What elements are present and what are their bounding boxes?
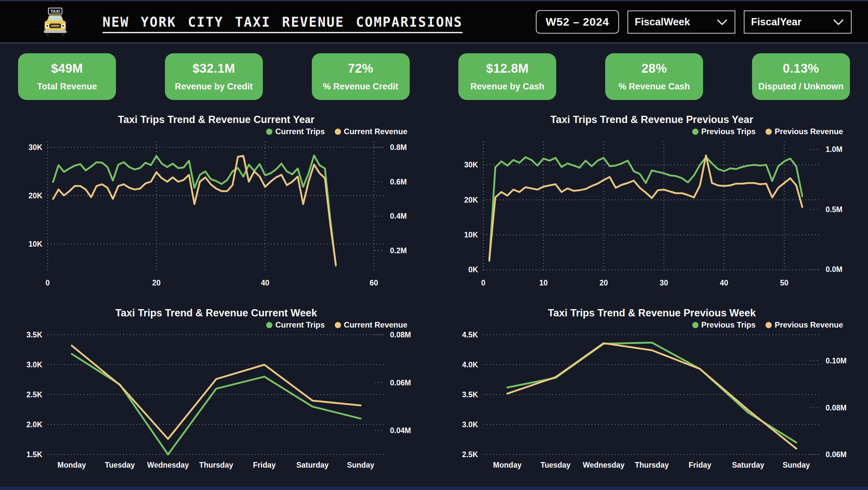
legend-item-previous-revenue[interactable]: Previous Revenue (766, 127, 843, 136)
legend-item-current-trips[interactable]: Current Trips (266, 127, 325, 136)
svg-text:Thursday: Thursday (635, 461, 669, 469)
line-chart-current-week[interactable]: 1.5K2.0K2.5K3.0K3.5K0.04M0.06M0.08MMonda… (13, 331, 419, 472)
kpi-label: % Revenue Cash (618, 82, 690, 92)
legend-label: Previous Trips (702, 127, 756, 136)
legend-item-current-revenue[interactable]: Current Revenue (335, 127, 407, 136)
fiscalyear-dropdown-label: FiscalYear (751, 16, 801, 28)
kpi-card-revenue-by-cash: $12.8M Revenue by Cash (458, 53, 556, 100)
chevron-down-icon (716, 19, 728, 25)
svg-text:4.5K: 4.5K (462, 331, 478, 339)
chart-legend: Previous Trips Previous Revenue (449, 320, 843, 329)
chart-legend: Current Trips Current Revenue (13, 127, 407, 136)
legend-label: Previous Revenue (775, 320, 843, 329)
svg-text:Wednesday: Wednesday (583, 461, 625, 469)
chart-title: Taxi Trips Trend & Revenue Previous Year (449, 114, 855, 126)
svg-text:30: 30 (660, 279, 668, 287)
fiscalweek-dropdown-label: FiscalWeek (635, 16, 690, 28)
svg-text:Friday: Friday (253, 461, 276, 469)
svg-text:20K: 20K (464, 196, 478, 204)
svg-text:3.0K: 3.0K (462, 420, 478, 429)
svg-text:0.0M: 0.0M (826, 265, 842, 273)
kpi-card-total-revenue: $49M Total Revenue (18, 53, 116, 100)
svg-text:Sunday: Sunday (347, 461, 374, 469)
svg-text:Sunday: Sunday (782, 461, 810, 469)
svg-text:Tuesday: Tuesday (105, 461, 135, 469)
legend-label: Current Trips (275, 320, 325, 329)
charts-grid: Taxi Trips Trend & Revenue Current Year … (0, 109, 868, 472)
header: TAXI NEW YORK CITY TAXI REVENUE COMPARIS… (0, 1, 868, 44)
svg-text:20K: 20K (29, 192, 43, 200)
period-badge: W52 – 2024 (536, 10, 619, 33)
svg-text:Thursday: Thursday (199, 461, 233, 469)
taxi-icon: TAXI (39, 6, 71, 38)
line-chart-previous-year[interactable]: 0K10K20K30K0.0M0.5M1.0M01020304050 (449, 138, 855, 289)
legend-dot-icon (692, 322, 699, 328)
kpi-card-pct-revenue-cash: 28% % Revenue Cash (605, 53, 703, 100)
svg-text:0.4M: 0.4M (390, 212, 407, 220)
legend-dot-icon (266, 128, 272, 135)
chart-previous-week: Taxi Trips Trend & Revenue Previous Week… (449, 302, 855, 472)
svg-text:0.08M: 0.08M (390, 331, 411, 339)
svg-text:Saturday: Saturday (296, 461, 329, 469)
svg-text:30K: 30K (464, 161, 478, 169)
legend-dot-icon (335, 322, 341, 328)
legend-label: Previous Revenue (775, 127, 843, 136)
fiscalyear-dropdown[interactable]: FiscalYear (744, 10, 851, 33)
svg-text:0.8M: 0.8M (390, 143, 407, 152)
svg-text:0.08M: 0.08M (826, 404, 847, 412)
fiscalweek-dropdown[interactable]: FiscalWeek (627, 10, 735, 33)
svg-text:0.06M: 0.06M (826, 450, 847, 459)
legend-dot-icon (766, 322, 772, 328)
svg-text:Tuesday: Tuesday (540, 461, 571, 469)
legend-item-previous-revenue[interactable]: Previous Revenue (766, 320, 843, 329)
svg-text:40: 40 (261, 279, 270, 287)
svg-text:4.0K: 4.0K (462, 361, 478, 369)
kpi-label: Revenue by Cash (470, 82, 545, 92)
svg-text:2.5K: 2.5K (462, 450, 478, 459)
svg-text:0: 0 (481, 279, 486, 287)
kpi-value: 28% (641, 61, 667, 76)
svg-text:0.06M: 0.06M (390, 378, 411, 387)
svg-text:0.6M: 0.6M (390, 178, 407, 186)
header-controls: W52 – 2024 FiscalWeek FiscalYear (536, 10, 851, 33)
svg-text:3.0K: 3.0K (26, 361, 42, 369)
legend-item-previous-trips[interactable]: Previous Trips (692, 320, 756, 329)
chart-legend: Previous Trips Previous Revenue (449, 127, 843, 136)
svg-text:10K: 10K (29, 240, 43, 248)
svg-text:TAXI: TAXI (51, 9, 60, 14)
legend-label: Previous Trips (702, 320, 756, 329)
svg-text:0.5M: 0.5M (826, 205, 842, 214)
kpi-card-disputed-unknown: 0.13% Disputed / Unknown (752, 53, 850, 100)
chart-current-week: Taxi Trips Trend & Revenue Current Week … (13, 302, 419, 472)
line-chart-current-year[interactable]: 10K20K30K0.2M0.4M0.6M0.8M0204060 (13, 138, 419, 289)
svg-text:30K: 30K (29, 143, 43, 152)
legend-item-current-trips[interactable]: Current Trips (266, 320, 325, 329)
chart-title: Taxi Trips Trend & Revenue Previous Week (449, 307, 855, 319)
kpi-value: 0.13% (783, 61, 819, 76)
kpi-label: % Revenue Credit (323, 82, 399, 92)
kpi-row: $49M Total Revenue $32.1M Revenue by Cre… (0, 53, 868, 100)
svg-text:Saturday: Saturday (732, 461, 765, 469)
svg-text:0.04M: 0.04M (390, 426, 411, 435)
svg-text:10: 10 (539, 279, 548, 287)
legend-dot-icon (766, 128, 772, 135)
line-chart-previous-week[interactable]: 2.5K3.0K3.5K4.0K4.5K0.06M0.08M0.10MMonda… (449, 331, 855, 472)
bottom-strip (0, 487, 868, 490)
legend-label: Current Revenue (344, 320, 407, 329)
kpi-value: 72% (348, 61, 374, 76)
legend-dot-icon (692, 128, 699, 135)
legend-dot-icon (335, 128, 341, 135)
kpi-card-pct-revenue-credit: 72% % Revenue Credit (312, 53, 410, 100)
svg-text:Friday: Friday (689, 461, 711, 469)
kpi-label: Total Revenue (37, 82, 97, 92)
legend-item-previous-trips[interactable]: Previous Trips (692, 127, 756, 136)
chart-current-year: Taxi Trips Trend & Revenue Current Year … (13, 109, 419, 289)
legend-item-current-revenue[interactable]: Current Revenue (335, 320, 407, 329)
legend-dot-icon (266, 322, 272, 328)
svg-text:3.5K: 3.5K (26, 331, 42, 339)
chart-title: Taxi Trips Trend & Revenue Current Year (13, 114, 419, 126)
svg-text:20: 20 (152, 279, 161, 287)
svg-text:Wednesday: Wednesday (147, 461, 189, 469)
svg-text:Monday: Monday (493, 461, 522, 469)
chevron-down-icon (833, 19, 844, 25)
